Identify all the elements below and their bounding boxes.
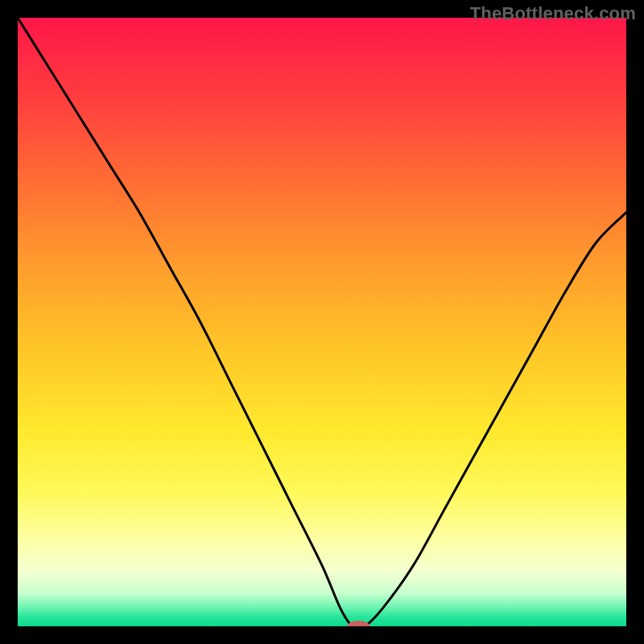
plot-area (18, 18, 626, 626)
gradient-background (18, 18, 626, 626)
watermark-text: TheBottleneck.com (470, 3, 636, 24)
bottleneck-chart (18, 18, 626, 626)
chart-frame: TheBottleneck.com (0, 0, 644, 644)
